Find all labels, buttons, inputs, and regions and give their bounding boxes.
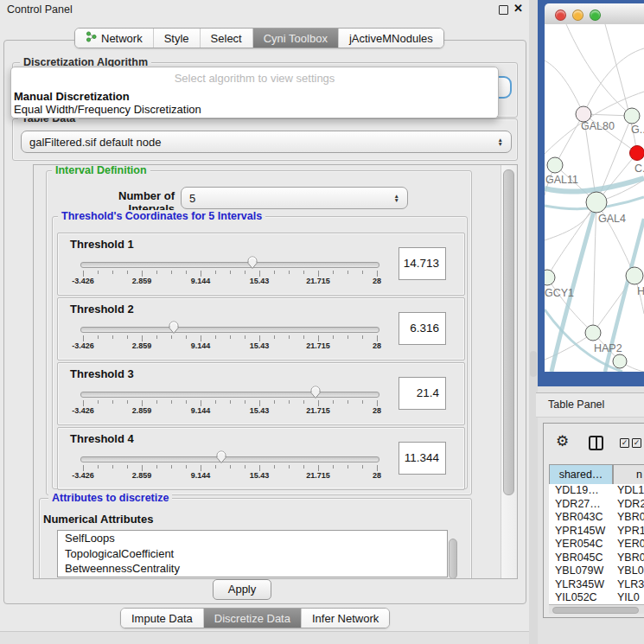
column-header-2[interactable]: n [613, 465, 644, 484]
attribute-item-selfloops[interactable]: SelfLoops [58, 531, 447, 546]
slider-thumb[interactable] [309, 385, 322, 399]
checkbox-icon[interactable]: ✓ [620, 438, 629, 448]
tab-label: Cyni Toolbox [264, 32, 328, 45]
table-row[interactable]: YBR043CYBR0 [549, 511, 644, 525]
threshold-value-field[interactable]: 11.344 [399, 442, 446, 475]
table-toolbar: ⚙ ✓ ✓ [544, 424, 644, 463]
slider-tick [171, 400, 172, 404]
slider-tick [186, 400, 187, 404]
threshold-1-panel: Threshold 1-3.4262.8599.14415.4321.71528… [57, 233, 465, 296]
threshold-2-panel: Threshold 2-3.4262.8599.14415.4321.71528… [57, 297, 465, 360]
network-node-hap2[interactable] [585, 325, 601, 341]
tab-discretize-data[interactable]: Discretize Data [204, 609, 302, 628]
table-row[interactable]: YDR27…YDR2 [549, 498, 644, 512]
slider-tick [98, 271, 99, 274]
gear-icon[interactable]: ⚙ [556, 432, 569, 450]
panel-divider[interactable] [529, 0, 538, 644]
slider-tick [362, 400, 363, 404]
network-edge [547, 202, 596, 277]
slider-tick-label: -3.426 [72, 341, 94, 350]
table-row[interactable]: YBL079WYBL0 [549, 564, 644, 578]
threshold-value-field[interactable]: 6.316 [399, 312, 446, 345]
threshold-label: Threshold 3 [70, 367, 134, 380]
algorithm-option-manual-discretization[interactable]: Manual Discretization [14, 90, 130, 103]
table-row[interactable]: YPR145WYPR1 [549, 525, 644, 539]
threshold-value-field[interactable]: 14.713 [399, 247, 446, 280]
slider-thumb[interactable] [246, 255, 258, 270]
network-node-gal4[interactable] [586, 192, 607, 213]
float-window-icon[interactable] [499, 5, 508, 15]
slider-tick [318, 271, 319, 277]
cell-shared-name: YBR045C [549, 552, 613, 565]
slider-tick-label: 28 [373, 341, 381, 350]
table-row[interactable]: YER054CYER0 [549, 538, 644, 552]
table-row[interactable]: YIL052CYIL0 [549, 591, 644, 605]
slider-tick-label: -3.426 [72, 277, 94, 285]
threshold-label: Threshold 1 [70, 238, 134, 251]
number-of-intervals-combobox[interactable]: 5 ▲▼ [181, 187, 408, 209]
tab-jactivemnodules[interactable]: jActiveMNodules [339, 29, 443, 48]
cell-shared-name: YBL079W [549, 564, 613, 578]
slider-tick [377, 271, 378, 277]
tab-impute-data[interactable]: Impute Data [121, 609, 204, 628]
slider-track[interactable] [80, 262, 379, 268]
slider-tick-label: 15.43 [250, 471, 270, 480]
table-hscrollbar-thumb[interactable] [552, 607, 639, 615]
attribute-item-betweennesscentrality[interactable]: BetweennessCentrality [58, 561, 447, 577]
tab-style[interactable]: Style [154, 29, 201, 48]
columns-icon[interactable] [589, 436, 603, 450]
tab-label: Infer Network [312, 612, 379, 625]
pane-scrollbar-thumb[interactable] [503, 169, 514, 495]
slider-tick [333, 271, 334, 274]
algorithm-placeholder-option[interactable]: Select algorithm to view settings [11, 72, 498, 85]
tab-cyni-toolbox[interactable]: Cyni Toolbox [253, 29, 339, 48]
slider-tick-label: 28 [373, 471, 381, 480]
close-traffic-light[interactable] [555, 10, 566, 21]
attribute-item-topologicalcoefficient[interactable]: TopologicalCoefficient [58, 546, 447, 562]
network-node[interactable] [613, 354, 627, 368]
slider-tick [83, 335, 84, 341]
network-node-h[interactable] [626, 267, 643, 284]
slider-thumb[interactable] [168, 320, 180, 335]
tab-network[interactable]: Network [75, 29, 154, 48]
apply-button[interactable]: Apply [213, 579, 271, 600]
minimize-traffic-light[interactable] [572, 10, 583, 21]
table-row[interactable]: YBR045CYBR0 [549, 552, 644, 565]
close-icon[interactable]: ✕ [513, 2, 523, 15]
network-node-c[interactable] [630, 146, 644, 161]
algorithm-option-equal-width-frequency-discretization[interactable]: Equal Width/Frequency Discretization [14, 103, 201, 116]
tab-select[interactable]: Select [201, 29, 253, 48]
network-window-titlebar[interactable] [545, 3, 644, 25]
network-canvas[interactable]: GAL80G...C...GAL11GAL4GCY1H...HAP2 [545, 24, 644, 372]
attributes-list-scrollbar[interactable] [449, 539, 457, 579]
slider-tick-label: 2.859 [132, 471, 152, 480]
slider-tick [171, 335, 172, 339]
table-row[interactable]: YLR345WYLR3 [549, 578, 644, 592]
checkbox-icon[interactable]: ✓ [632, 438, 641, 448]
slider-track[interactable] [80, 327, 379, 333]
slider-tick [142, 465, 143, 471]
maximize-traffic-light[interactable] [590, 10, 601, 21]
table-hscrollbar-track[interactable] [549, 604, 644, 614]
numerical-attributes-list[interactable]: SelfLoopsTopologicalCoefficientBetweenne… [57, 530, 448, 577]
slider-tick [156, 465, 157, 469]
network-node-g[interactable] [624, 108, 640, 124]
slider-tick-label: 9.144 [191, 471, 211, 480]
slider-track[interactable] [80, 456, 379, 462]
cell-shared-name: YDL19… [549, 484, 613, 498]
panel-divider-handle[interactable] [530, 351, 537, 377]
slider-thumb[interactable] [215, 450, 227, 464]
tab-infer-network[interactable]: Infer Network [302, 609, 389, 628]
network-node-gal11[interactable] [547, 157, 563, 173]
column-header-1[interactable]: shared… [549, 465, 613, 484]
table-row[interactable]: YDL19…YDL1 [549, 484, 644, 498]
slider-tick [112, 335, 113, 339]
threshold-value-field[interactable]: 21.4 [399, 377, 446, 410]
slider-tick [289, 465, 290, 469]
network-node-gcy1[interactable] [545, 270, 555, 285]
network-node-label: GAL80 [581, 120, 615, 132]
table-data-combobox[interactable]: galFiltered.sif default node ▲▼ [21, 131, 512, 153]
network-edge [545, 61, 583, 114]
bottom-tab-strip: Impute DataDiscretize DataInfer Network [120, 608, 390, 628]
slider-track[interactable] [80, 392, 379, 398]
